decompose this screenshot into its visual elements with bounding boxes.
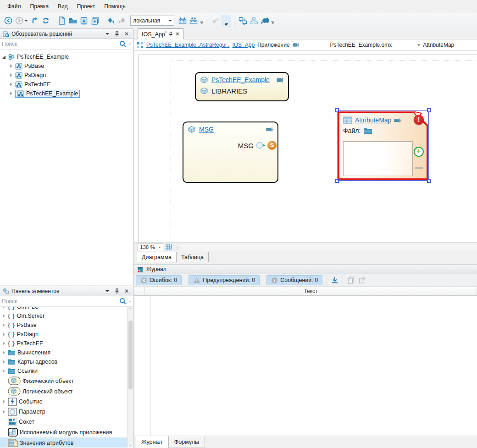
expander-icon[interactable]	[10, 73, 12, 77]
close-icon[interactable]: ✕	[123, 288, 130, 295]
deploy-button[interactable]	[237, 15, 248, 26]
add-attribute-button[interactable]: +	[414, 147, 424, 157]
navigate-forward-button[interactable]	[14, 15, 25, 26]
scroll-up-icon[interactable]: ⌃	[128, 307, 133, 313]
undo-button[interactable]	[105, 15, 116, 26]
diagram-canvas[interactable]: PsTechEE_Example LIBRARIES MSG MSG S	[134, 51, 477, 242]
expander-icon[interactable]	[10, 83, 12, 86]
menu-file[interactable]: Файл	[3, 1, 26, 11]
severity-column-header[interactable]	[134, 287, 145, 296]
chevron-down-icon[interactable]	[417, 44, 420, 46]
journal-content[interactable]	[134, 296, 477, 436]
grid-toggle-icon[interactable]	[165, 243, 173, 251]
solution-item-psbase[interactable]: PsBase	[0, 61, 133, 71]
horizontal-scrollbar[interactable]: ‹	[174, 243, 477, 251]
menu-project[interactable]: Проект	[72, 1, 100, 11]
warnings-filter-toggle[interactable]: Предупреждений: 0	[189, 275, 260, 285]
close-icon[interactable]: ✕	[175, 31, 179, 37]
refresh-button[interactable]	[40, 15, 51, 26]
forward-history-dropdown[interactable]	[25, 20, 28, 22]
node-title-link[interactable]: MSG	[199, 126, 214, 133]
connect-button[interactable]	[259, 15, 270, 26]
pin-icon[interactable]	[169, 32, 173, 37]
element-item[interactable]: { }PsDiagn	[0, 330, 133, 339]
expander-icon[interactable]	[10, 64, 12, 68]
close-icon[interactable]: ✕	[123, 30, 130, 38]
pin-icon[interactable]	[113, 288, 121, 295]
pin-icon[interactable]	[113, 30, 121, 38]
element-item[interactable]: { }Om.Server	[0, 311, 133, 321]
selection-handle-ne[interactable]	[427, 108, 431, 112]
node-msg[interactable]: MSG MSG S	[183, 122, 278, 183]
solution-item-pstechee[interactable]: PsTechEE	[0, 80, 133, 89]
solution-item-psdiagn[interactable]: PsDiagn	[0, 71, 133, 80]
toolbar-overflow-button[interactable]	[200, 22, 203, 24]
element-item[interactable]: Событие	[0, 397, 133, 407]
document-tab-ios-app[interactable]: IOS_App* ✕	[138, 28, 183, 39]
element-item-selected[interactable]: Значения атрибутов	[0, 437, 133, 448]
configuration-combo[interactable]: локальная	[130, 16, 174, 26]
search-options-dropdown[interactable]	[128, 44, 131, 45]
solution-root-item[interactable]: PsTechEE_Example	[0, 52, 133, 61]
folder-icon[interactable]	[363, 127, 372, 134]
save-all-button[interactable]	[89, 15, 100, 26]
element-item[interactable]: Параметр	[0, 407, 133, 417]
solution-item-pstechee-example[interactable]: PsTechEE_Example	[0, 89, 133, 98]
tab-journal[interactable]: Журнал	[136, 436, 168, 448]
text-column-header[interactable]: Текст	[145, 287, 477, 296]
element-item[interactable]: Вычисления	[0, 348, 133, 357]
open-folder-button[interactable]	[67, 15, 78, 26]
solution-search-input[interactable]	[2, 41, 119, 47]
parameter-port-icon[interactable]	[255, 141, 266, 149]
selection-handle-nw[interactable]	[335, 108, 339, 112]
topology-button[interactable]	[248, 15, 259, 26]
elements-search-input[interactable]	[2, 298, 119, 304]
menu-edit[interactable]: Правка	[26, 1, 54, 11]
diagram-layout-button[interactable]	[210, 15, 221, 26]
import-table-button[interactable]	[177, 15, 188, 26]
search-icon[interactable]	[119, 298, 127, 305]
remove-attribute-button[interactable]	[415, 167, 423, 169]
element-item[interactable]: { }PsBase	[0, 321, 133, 330]
element-item[interactable]: Логический объект	[0, 386, 133, 397]
element-item[interactable]: Исполняемый модуль приложения	[0, 427, 133, 437]
active-tool-toggle[interactable]	[221, 15, 231, 27]
selection-handle-sw[interactable]	[335, 179, 339, 183]
tab-diagram[interactable]: Диаграмма	[137, 252, 177, 262]
scroll-down-icon[interactable]: ⌄	[128, 442, 133, 448]
element-item[interactable]: Сокет	[0, 417, 133, 427]
errors-filter-toggle[interactable]: Ошибок: 0	[136, 275, 182, 285]
menu-view[interactable]: Вид	[53, 1, 72, 11]
node-title-link[interactable]: AttributeMap	[355, 116, 391, 124]
selection-handle-se[interactable]	[427, 179, 431, 183]
breadcrumb-link-path[interactable]: PsTechEE_Example .AstraRegul .	[146, 42, 229, 48]
copy-log-button[interactable]	[345, 275, 356, 286]
scroll-left-icon[interactable]: ‹	[174, 243, 181, 251]
element-item[interactable]: Карты адресов	[0, 357, 133, 366]
search-icon[interactable]	[119, 40, 127, 48]
expander-icon[interactable]	[2, 55, 6, 59]
navigate-back-button[interactable]	[3, 15, 14, 26]
panel-menu-button[interactable]	[104, 30, 111, 38]
tab-table[interactable]: Таблица	[177, 252, 209, 262]
node-attributemap[interactable]: ! AttributeMap Файл: +	[338, 111, 428, 180]
toolbar-overflow-button[interactable]	[271, 22, 274, 24]
element-item[interactable]: Физический объект	[0, 376, 133, 386]
tab-formulas[interactable]: Формулы	[168, 436, 205, 448]
redo-button[interactable]	[116, 15, 128, 26]
new-file-button[interactable]	[56, 15, 67, 26]
menu-help[interactable]: Помощь	[100, 1, 130, 11]
messages-filter-toggle[interactable]: Сообщений: 0	[266, 275, 322, 285]
file-combo[interactable]: PsTechEE_Example.omx	[330, 42, 392, 48]
element-item[interactable]: { }PsTechEE	[0, 339, 133, 348]
navigate-up-button[interactable]	[29, 15, 40, 26]
node-title-link[interactable]: PsTechEE_Example	[211, 76, 270, 83]
zoom-combo[interactable]: 138 %	[138, 243, 163, 251]
export-table-button[interactable]	[188, 15, 199, 26]
attribute-list-box[interactable]	[343, 141, 413, 176]
save-button[interactable]	[78, 15, 89, 26]
expander-icon[interactable]	[10, 92, 12, 95]
scrollbar-thumb[interactable]	[128, 321, 133, 389]
element-item[interactable]: { }Om.PLC	[0, 307, 133, 311]
node-attributemap-selection[interactable]: ! AttributeMap Файл: +	[335, 108, 431, 183]
